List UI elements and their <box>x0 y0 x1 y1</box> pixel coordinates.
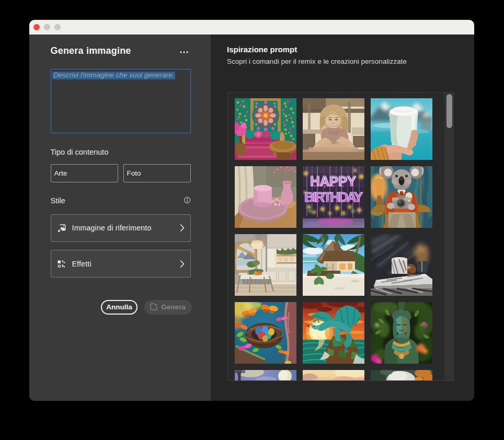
svg-text:BIRTHDAY: BIRTHDAY <box>304 189 363 205</box>
